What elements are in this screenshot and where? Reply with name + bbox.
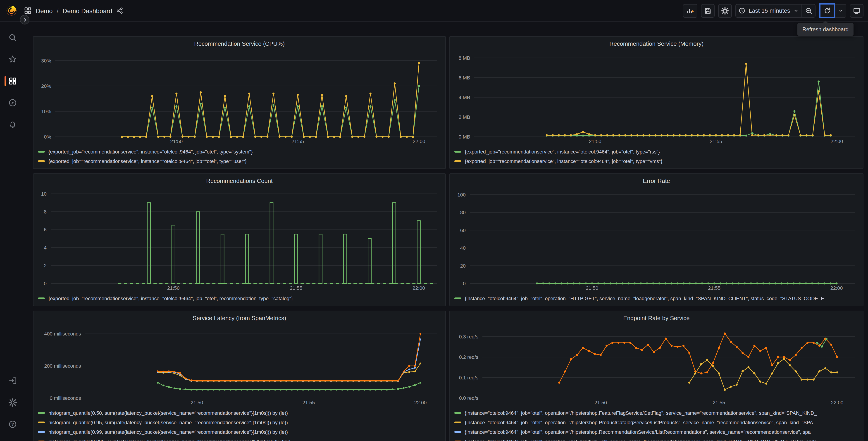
legend-label: {exported_job="recommendationservice", i… (49, 149, 253, 154)
legend-label: {exported_job="recommendationservice", i… (49, 295, 293, 301)
svg-text:21:50: 21:50 (190, 400, 203, 406)
clock-icon (739, 7, 745, 14)
legend-swatch (454, 297, 461, 299)
svg-text:0 MB: 0 MB (459, 134, 470, 140)
sidebar-item-settings[interactable] (0, 395, 25, 410)
save-dashboard-button[interactable] (701, 4, 715, 18)
time-range-group: Last 15 minutes (735, 4, 815, 18)
panel-recommendation-memory: Recommendation Service (Memory) 0 MB2 MB… (450, 36, 864, 169)
svg-text:10%: 10% (41, 109, 51, 114)
legend-label: {instance="otelcol:9464", job="otel", op… (465, 419, 813, 425)
sidebar-expand-button[interactable] (20, 15, 29, 25)
zoom-out-button[interactable] (802, 4, 815, 17)
legend-item[interactable]: {instance="otelcol:9464", job="otel", op… (454, 417, 859, 427)
refresh-icon (824, 7, 831, 14)
chevron-down-icon (793, 8, 799, 13)
legend-item[interactable]: {instance="otelcol:9464", job="otel", op… (454, 437, 859, 441)
refresh-button[interactable] (820, 4, 834, 17)
legend-item[interactable]: {exported_job="recommendationservice", i… (38, 147, 441, 156)
sidebar-item-alerting[interactable] (0, 117, 25, 132)
sidebar-item-help[interactable]: ? (0, 416, 25, 432)
save-icon (704, 7, 711, 14)
sidebar-item-search[interactable] (0, 30, 25, 45)
dashboards-grid-icon (24, 7, 32, 14)
legend-label: histogram_quantile(0.999, sum(rate(laten… (49, 439, 290, 441)
refresh-group: Refresh dashboard (819, 4, 846, 18)
legend-item[interactable]: {exported_job="recommendationservice", i… (38, 293, 441, 303)
legend-swatch (38, 431, 45, 433)
legend-item[interactable]: {instance="otelcol:9464", job="otel", op… (454, 293, 859, 303)
kiosk-mode-button[interactable] (850, 4, 864, 18)
breadcrumb-section[interactable]: Demo (36, 7, 53, 14)
star-icon (8, 55, 17, 63)
time-series-chart[interactable]: 02040608010021:5021:5522:00 (454, 186, 859, 292)
svg-text:2 MB: 2 MB (459, 114, 470, 120)
legend-item[interactable]: histogram_quantile(0.99, sum(rate(latenc… (38, 427, 441, 437)
sidebar-item-starred[interactable] (0, 52, 25, 67)
panel-legend: {exported_job="recommendationservice", i… (454, 145, 859, 166)
svg-text:21:50: 21:50 (586, 285, 598, 291)
legend-swatch (454, 431, 461, 433)
svg-text:0: 0 (463, 281, 466, 286)
breadcrumb: Demo / Demo Dashboard (24, 7, 123, 14)
svg-text:22:00: 22:00 (414, 400, 427, 406)
gear-icon (8, 399, 17, 407)
add-panel-button[interactable] (683, 4, 698, 18)
time-range-picker[interactable]: Last 15 minutes (736, 4, 802, 17)
panel-title[interactable]: Recommendation Service (CPU%) (38, 39, 441, 49)
svg-text:200 milliseconds: 200 milliseconds (44, 363, 81, 369)
svg-text:21:50: 21:50 (594, 400, 607, 406)
panel-error-rate: Error Rate 02040608010021:5021:5522:00 {… (450, 173, 864, 306)
refresh-interval-button[interactable] (835, 4, 846, 17)
legend-swatch (454, 412, 461, 414)
legend-item[interactable]: {instance="otelcol:9464", job="otel", op… (454, 427, 859, 437)
svg-text:20: 20 (460, 263, 466, 269)
breadcrumb-page[interactable]: Demo Dashboard (63, 7, 112, 14)
time-series-chart[interactable]: 0%10%20%30%21:5021:5522:00 (38, 49, 441, 145)
sidebar-item-explore[interactable] (0, 95, 25, 111)
svg-text:22:00: 22:00 (830, 285, 843, 291)
legend-item[interactable]: histogram_quantile(0.95, sum(rate(latenc… (38, 417, 441, 427)
svg-text:?: ? (11, 422, 14, 427)
panel-title[interactable]: Recommendation Service (Memory) (454, 39, 859, 49)
legend-label: {instance="otelcol:9464", job="otel", op… (465, 439, 820, 441)
time-series-chart[interactable]: 0.0 req/s0.1 req/s0.2 req/s0.3 req/s21:5… (454, 324, 859, 406)
panel-title[interactable]: Service Latency (from SpanMetrics) (38, 314, 441, 324)
chevron-down-icon (838, 8, 843, 13)
svg-text:22:00: 22:00 (413, 139, 425, 144)
panel-service-latency: Service Latency (from SpanMetrics) 0 mil… (33, 311, 446, 441)
bar-chart[interactable]: 024681021:5021:5522:00 (38, 186, 441, 292)
sidebar-item-sign-in[interactable] (0, 373, 25, 388)
svg-text:21:55: 21:55 (291, 139, 304, 144)
legend-swatch (454, 151, 461, 152)
share-icon[interactable] (116, 7, 123, 14)
panel-title[interactable]: Endpoint Rate by Service (454, 314, 859, 324)
grafana-logo-icon[interactable] (5, 4, 18, 17)
sidebar: ? (0, 22, 25, 441)
svg-text:80: 80 (460, 210, 466, 215)
legend-item[interactable]: histogram_quantile(0.999, sum(rate(laten… (38, 437, 441, 441)
time-series-chart[interactable]: 0 MB2 MB4 MB6 MB8 MB21:5021:5522:00 (454, 49, 859, 145)
dashboard-settings-button[interactable] (718, 4, 732, 18)
legend-swatch (38, 412, 45, 414)
svg-text:6 MB: 6 MB (459, 75, 470, 81)
svg-text:4: 4 (44, 245, 46, 251)
svg-text:8 MB: 8 MB (459, 55, 470, 61)
legend-item[interactable]: {instance="otelcol:9464", job="otel", op… (454, 408, 859, 417)
time-series-chart[interactable]: 0 milliseconds200 milliseconds400 millis… (38, 324, 441, 406)
legend-item[interactable]: {exported_job="recommendationservice", i… (38, 156, 441, 166)
svg-text:400 milliseconds: 400 milliseconds (44, 331, 81, 336)
legend-label: histogram_quantile(0.99, sum(rate(latenc… (49, 429, 288, 435)
legend-item[interactable]: {exported_job="recommendationservice", i… (454, 156, 859, 166)
legend-item[interactable]: histogram_quantile(0.50, sum(rate(latenc… (38, 408, 441, 417)
svg-text:21:50: 21:50 (167, 285, 180, 291)
legend-item[interactable]: {exported_job="recommendationservice", i… (454, 147, 859, 156)
monitor-icon (853, 7, 860, 14)
legend-swatch (38, 297, 45, 299)
legend-swatch (38, 160, 45, 162)
svg-text:21:55: 21:55 (708, 285, 720, 291)
panel-endpoint-rate: Endpoint Rate by Service 0.0 req/s0.1 re… (450, 311, 864, 441)
panel-title[interactable]: Recommendations Count (38, 177, 441, 186)
sidebar-item-dashboards[interactable] (0, 74, 25, 89)
panel-title[interactable]: Error Rate (454, 177, 859, 186)
